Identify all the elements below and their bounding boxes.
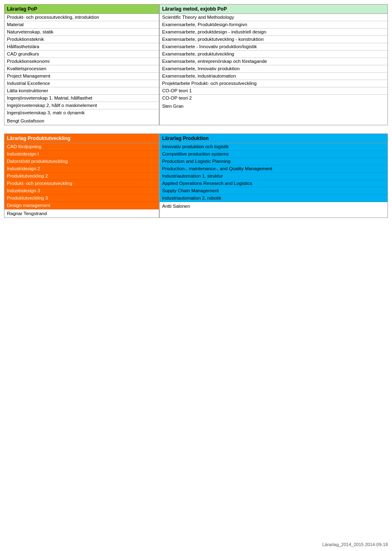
list-item: Datorstödd produktutveckling <box>4 158 159 165</box>
list-item: Produkt- och processutveckling, introduk… <box>4 14 159 21</box>
list-item: Competitive production systems <box>160 151 388 158</box>
bottom-right-person: Antti Salonen <box>160 202 388 210</box>
list-item: CAD grundkurs <box>4 51 159 58</box>
top-right-header: Lärarlag metod, exjobb PoP <box>160 4 388 14</box>
list-item: CO-OP teori 2 <box>160 95 388 102</box>
list-item: Produktutveckling 3 <box>4 195 159 202</box>
top-left-person: Bengt Gustafsson <box>4 117 159 125</box>
list-item: Kvalitetsprocessen <box>4 65 159 73</box>
list-item: Examensarbete, Innovativ produktion <box>160 65 388 73</box>
list-item: Examensarbete, Produktdesign-formgivn <box>160 21 388 29</box>
bottom-right-header: Lärarlag Produktion <box>160 134 388 143</box>
list-item: Industriautomation 1, struktur <box>160 173 388 180</box>
list-item: Hållfasthetslära <box>4 43 159 51</box>
top-left-items: Produkt- och processutveckling, introduk… <box>4 14 159 117</box>
list-item: Examensarbete, industriautomation <box>160 73 388 80</box>
top-left-header: Lärarlag PoP <box>4 4 159 14</box>
bottom-left-header: Lärarlag Produktutveckling <box>4 134 159 143</box>
bottom-left-panel: Lärarlag Produktutveckling CAD fördjupni… <box>4 133 159 218</box>
top-right-panel: Lärarlag metod, exjobb PoP Scientific Th… <box>159 4 388 125</box>
list-item: Applied Operations Research and Logistic… <box>160 180 388 187</box>
bottom-section: Lärarlag Produktutveckling CAD fördjupni… <box>4 133 388 218</box>
list-item: Projektarbete Produkt- och processutveck… <box>160 80 388 87</box>
list-item: Produkt- och processutveckling <box>4 180 159 187</box>
bottom-right-panel: Lärarlag Produktion Innovativ produktion… <box>159 133 388 218</box>
main-container: Lärarlag PoP Produkt- och processutveckl… <box>4 4 388 218</box>
list-item: Innovativ produktion och logistik <box>160 143 388 151</box>
list-item: Production and Logistic Planning <box>160 158 388 165</box>
list-item: Industridesign I <box>4 151 159 158</box>
list-item: Industrial Excellence <box>4 80 159 87</box>
list-item: Supply Chain Management <box>160 187 388 195</box>
list-item: Examensarbete - Innovativ produktion/log… <box>160 43 388 51</box>
list-item: Naturvetenskap, statik <box>4 29 159 36</box>
list-item: Project Management <box>4 73 159 80</box>
bottom-left-items: CAD fördjupning Industridesign I Datorst… <box>4 143 159 209</box>
top-left-panel: Lärarlag PoP Produkt- och processutveckl… <box>4 4 159 125</box>
list-item: Produktutveckling 2 <box>4 173 159 180</box>
list-item: Produktionsteknik <box>4 36 159 43</box>
list-item: Examensarbete, produktdesign - industrie… <box>160 29 388 36</box>
list-item: Lätta konstruktioner <box>4 87 159 95</box>
list-item: Industridesign 2 <box>4 165 159 173</box>
list-item: Scientific Theory and Methodology <box>160 14 388 21</box>
list-item: Ingenjörsvetenskap 1. Matrial, hållfasth… <box>4 95 159 102</box>
list-item: CAD fördjupning <box>4 143 159 151</box>
list-item: Examensarbete, produktutveckling <box>160 51 388 58</box>
list-item: Ingenjösvetenskap 3, matr o dynamik <box>4 109 159 117</box>
top-section: Lärarlag PoP Produkt- och processutveckl… <box>4 4 388 125</box>
bottom-left-person: Ragnar Tengstrand <box>4 209 159 218</box>
list-item: Material <box>4 21 159 29</box>
list-item: Industriautomation 2, robotik <box>160 195 388 202</box>
list-item: Produktionsekonomi <box>4 58 159 65</box>
list-item: Industridesign 3 <box>4 187 159 195</box>
list-item: Production-, maintenance-, and Quality M… <box>160 165 388 173</box>
list-item: Design management <box>4 202 159 209</box>
list-item: Examensarbete, entreprenörskap och föret… <box>160 58 388 65</box>
list-item: Examensarbete, produktutveckling - konst… <box>160 36 388 43</box>
top-right-items: Scientific Theory and Methodology Examen… <box>160 14 388 102</box>
list-item: Ingejörsvetenskap 2, hållf o maskineleme… <box>4 102 159 109</box>
bottom-right-items: Innovativ produktion och logistik Compet… <box>160 143 388 202</box>
top-right-person: Sten Gran <box>160 102 388 110</box>
list-item: CO-OP teori 1 <box>160 87 388 95</box>
